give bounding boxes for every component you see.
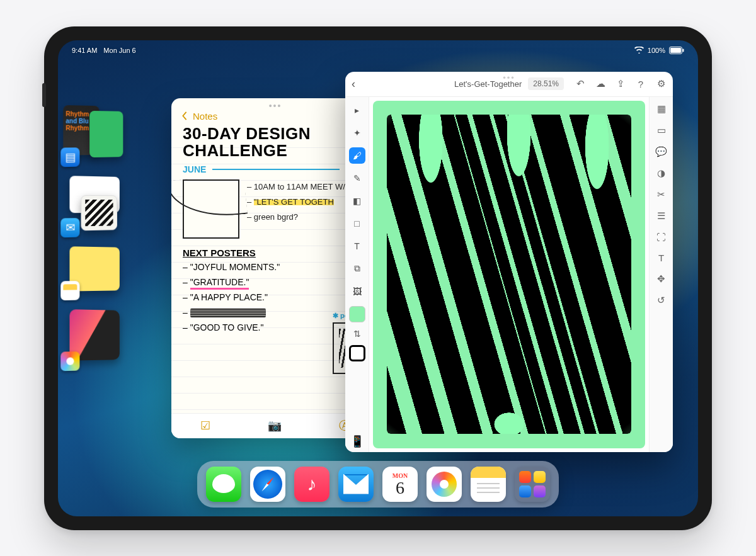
magic-tool-icon[interactable]: ✦ [349,125,365,141]
stage-thumb-pattern [81,195,117,230]
month-divider [212,169,340,170]
window-handle-icon[interactable]: ••• [269,98,282,108]
calendar-app[interactable]: MON 6 [382,467,418,502]
canvas[interactable] [373,101,645,448]
stage-group-2[interactable]: ✉︎ [62,175,123,233]
swatches-icon[interactable]: ◑ [657,167,665,179]
calendar-day: 6 [396,478,404,498]
stage-group-3[interactable] [62,246,123,297]
poster-3: "A HAPPY PLACE." [183,290,368,305]
design-body: ▸ ✦ 🖌 ✎ ◧ □ T ⧉ 🖼 ⇅ ▦ [345,97,673,452]
eraser-tool-icon[interactable]: ◧ [349,193,365,209]
type-panel-icon[interactable]: T [658,252,664,263]
right-toolbar: ▦ ▭ 💬 ◑ ✂︎ ☰ ⛶ T ✥ ↺ [649,97,673,452]
month-june: JUNE [183,164,206,174]
design-app-window[interactable]: ••• ‹ Let's-Get-Together 28.51% ↶ ☁︎ ⇪ ?… [345,72,673,452]
svg-rect-2 [683,48,684,52]
stroke-swatch[interactable] [349,345,365,361]
ipad-screen: 9:41 AM Mon Jun 6 100% Rhythm and Blu Rh… [58,40,698,516]
comment-icon[interactable]: 💬 [655,146,667,157]
safari-app[interactable] [250,467,285,502]
photos-app-icon [60,351,79,371]
bullet-2: "LET'S GET TOGETH [254,197,334,207]
app-library[interactable] [515,467,550,502]
precision-icon[interactable]: ✥ [657,273,665,285]
checklist-icon[interactable]: ☑︎ [200,419,210,433]
poster-1: "JOYFUL MOMENTS." [183,259,368,275]
zoom-level[interactable]: 28.51% [528,77,564,90]
notes-back-label: Notes [193,111,217,122]
layers-icon[interactable]: ▦ [657,103,666,115]
photos-app[interactable] [427,467,462,502]
status-bar: 9:41 AM Mon Jun 6 100% [58,44,698,57]
select-tool-icon[interactable]: ▸ [349,102,365,118]
mail-app[interactable] [338,467,374,502]
document-title: Let's-Get-Together [454,79,522,89]
poster-2: "GRATITUDE." [190,277,249,290]
stage-group-4[interactable] [62,309,123,366]
note-sketch-box [183,179,239,239]
notes-app[interactable] [471,467,506,502]
note-month-row: JUNE JULY [183,164,368,174]
history-icon[interactable]: ↺ [657,295,665,306]
music-app[interactable] [294,467,329,502]
dock: MON 6 [197,461,559,508]
note-title-line1: 30-DAY DESIGN [183,125,368,142]
stage-manager-strip: Rhythm and Blu Rhythm ▤ ✉︎ [62,106,125,366]
swap-swatches-icon[interactable]: ⇅ [352,329,362,339]
ipad-device-frame: 9:41 AM Mon Jun 6 100% Rhythm and Blu Rh… [44,26,712,530]
svg-rect-1 [670,48,681,53]
crop-tool-icon[interactable]: ⧉ [349,261,365,277]
pencil-tool-icon[interactable]: ✎ [349,170,365,186]
messages-app[interactable] [206,467,241,502]
battery-percent: 100% [648,47,665,54]
fill-swatch[interactable] [349,306,365,322]
align-icon[interactable]: ☰ [657,210,665,222]
stage-thumb-green [89,110,123,157]
shape-tool-icon[interactable]: □ [349,215,365,232]
battery-icon [669,47,684,54]
scratch-out [190,309,266,317]
note-section-title: NEXT POSTERS [183,247,368,258]
camera-icon[interactable]: 📷 [268,419,282,433]
notes-app-icon [60,281,79,300]
artwork-content [387,115,632,434]
keynote-app-icon: ▤ [60,147,79,167]
transform-icon[interactable]: ⛶ [656,232,666,242]
scissors-icon[interactable]: ✂︎ [657,189,665,200]
design-titlebar: ••• ‹ Let's-Get-Together 28.51% ↶ ☁︎ ⇪ ?… [345,72,673,97]
image-tool-icon[interactable]: 🖼 [349,283,365,300]
phone-handoff-icon[interactable]: 📱 [350,434,364,448]
wifi-icon [634,47,644,54]
brush-tool-icon[interactable]: 🖌 [349,147,365,164]
status-date: Mon Jun 6 [103,47,135,54]
note-title-line2: CHALLENGE [183,142,368,159]
left-toolbar: ▸ ✦ 🖌 ✎ ◧ □ T ⧉ 🖼 ⇅ [345,97,369,452]
ruler-icon[interactable]: ▭ [657,125,666,136]
mail-app-icon: ✉︎ [60,218,79,237]
stage-group-1[interactable]: Rhythm and Blu Rhythm ▤ [62,105,123,162]
status-time: 9:41 AM [72,47,97,54]
text-tool-icon[interactable]: T [349,238,365,254]
